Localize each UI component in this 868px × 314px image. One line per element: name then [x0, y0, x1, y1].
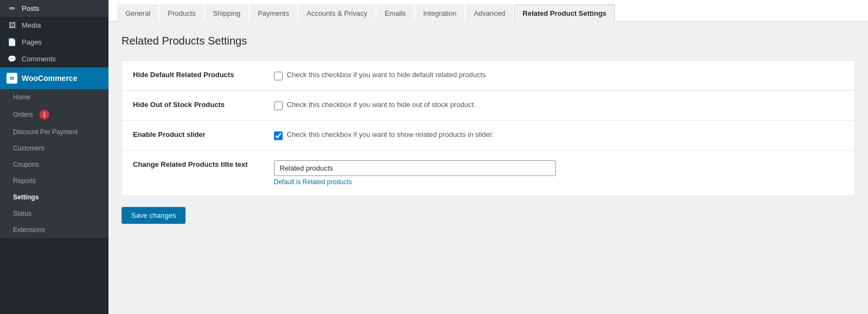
comments-icon: 💬: [7, 55, 17, 63]
hide-stock-checkbox[interactable]: [274, 102, 283, 110]
sidebar-item-coupons[interactable]: Coupons: [0, 156, 108, 173]
sidebar-item-home[interactable]: Home: [0, 89, 108, 105]
sidebar-item-settings[interactable]: Settings: [0, 189, 108, 205]
enable-slider-checkbox[interactable]: [274, 131, 283, 140]
sidebar-item-pages[interactable]: 📄 Pages: [0, 34, 108, 51]
sidebar-item-comments[interactable]: 💬 Comments: [0, 51, 108, 67]
sidebar-submenu: Home Orders 1 Discount Per Payment Custo…: [0, 89, 108, 238]
tab-related-product-settings[interactable]: Related Product Settings: [514, 4, 615, 22]
title-field-hint: Default is Related products: [274, 178, 844, 186]
sidebar-item-orders[interactable]: Orders 1: [0, 105, 108, 124]
hide-stock-label: Hide Out of Stock Products: [133, 101, 225, 109]
page-title: Related Products Settings: [122, 35, 855, 47]
pages-icon: 📄: [7, 38, 17, 46]
tab-products[interactable]: Products: [159, 4, 203, 22]
tab-general[interactable]: General: [117, 4, 158, 22]
tabs-bar: General Products Shipping Payments Accou…: [108, 0, 868, 22]
tab-shipping[interactable]: Shipping: [205, 4, 249, 22]
settings-content: Related Products Settings Hide Default R…: [108, 22, 868, 237]
sidebar-woocommerce[interactable]: W WooCommerce: [0, 67, 108, 89]
posts-icon: ✏: [7, 4, 17, 12]
sidebar-item-media[interactable]: 🖼 Media: [0, 17, 108, 34]
table-row: Hide Out of Stock Products Check this ch…: [122, 91, 855, 121]
woo-logo: W: [7, 73, 17, 84]
hide-stock-field: Check this checkbox if you want to hide …: [274, 101, 844, 110]
sidebar: ✏ Posts 🖼 Media 📄 Pages 💬 Comments W Woo…: [0, 0, 108, 314]
sidebar-item-reports[interactable]: Reports: [0, 173, 108, 189]
sidebar-item-status[interactable]: Status: [0, 205, 108, 222]
tab-accounts-privacy[interactable]: Accounts & Privacy: [298, 4, 375, 22]
related-products-title-input[interactable]: [274, 160, 556, 176]
hide-default-checkbox[interactable]: [274, 72, 283, 80]
orders-badge: 1: [40, 110, 49, 120]
tab-advanced[interactable]: Advanced: [465, 4, 513, 22]
tab-emails[interactable]: Emails: [376, 4, 414, 22]
table-row: Change Related Products tilte text Defau…: [122, 150, 855, 196]
tab-payments[interactable]: Payments: [250, 4, 297, 22]
enable-slider-field: Check this checkbox if you want to show …: [274, 130, 844, 140]
sidebar-item-extensions[interactable]: Extensions: [0, 222, 108, 238]
enable-slider-description: Check this checkbox if you want to show …: [287, 130, 494, 139]
sidebar-item-discount-per-payment[interactable]: Discount Per Payment: [0, 124, 108, 140]
main-content: General Products Shipping Payments Accou…: [108, 0, 868, 314]
tab-integration[interactable]: Integration: [415, 4, 464, 22]
hide-default-description: Check this checkbox if you want to hide …: [287, 71, 486, 79]
table-row: Hide Default Related Products Check this…: [122, 61, 855, 91]
sidebar-item-posts[interactable]: ✏ Posts: [0, 0, 108, 17]
media-icon: 🖼: [7, 21, 17, 29]
hide-stock-description: Check this checkbox if you want to hide …: [287, 101, 476, 109]
hide-default-label: Hide Default Related Products: [133, 71, 234, 79]
settings-table: Hide Default Related Products Check this…: [122, 60, 855, 196]
table-row: Enable Product slider Check this checkbo…: [122, 121, 855, 150]
save-button[interactable]: Save changes: [122, 207, 186, 224]
enable-slider-label: Enable Product slider: [133, 130, 206, 139]
sidebar-item-customers[interactable]: Customers: [0, 140, 108, 156]
title-field-label: Change Related Products tilte text: [133, 160, 248, 168]
hide-default-field: Check this checkbox if you want to hide …: [274, 71, 844, 80]
